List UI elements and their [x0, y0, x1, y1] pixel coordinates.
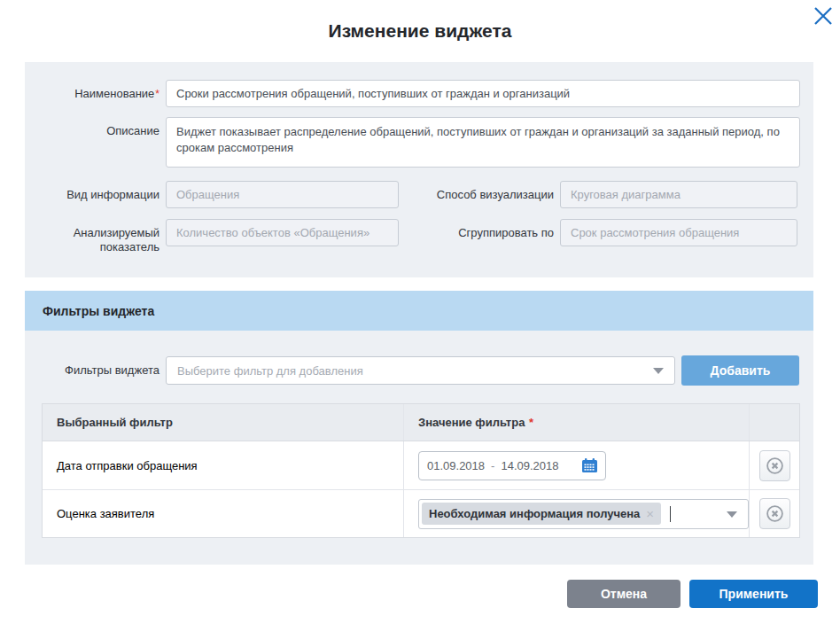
chevron-down-icon: [727, 511, 737, 518]
text-caret: [670, 506, 671, 522]
add-filter-button[interactable]: Добавить: [681, 355, 799, 386]
circle-x-icon: [766, 456, 784, 475]
date-range-input[interactable]: 01.09.2018 - 14.09.2018: [418, 451, 606, 480]
filter-select-placeholder: Выберите фильтр для добавления: [177, 364, 363, 378]
visualization-label: Способ визуализации: [405, 181, 554, 208]
table-row: Дата отправки обращения 01.09.2018 - 14.…: [43, 441, 799, 489]
required-asterisk: *: [529, 416, 533, 429]
filter-select-dropdown[interactable]: Выберите фильтр для добавления: [166, 356, 675, 385]
description-row: Описание Виджет показывает распределение…: [25, 117, 800, 171]
date-to: 14.09.2018: [501, 459, 558, 472]
name-row: Наименование*: [25, 80, 800, 107]
visualization-input: [560, 181, 797, 208]
description-label: Описание: [25, 117, 159, 171]
filter-name: Дата отправки обращения: [43, 441, 404, 489]
indicator-label: Анализируемый показатель: [25, 219, 159, 254]
rating-multiselect[interactable]: Необходимая информация получена ×: [418, 499, 749, 529]
group-by-input: [560, 219, 797, 246]
info-type-label: Вид информации: [25, 181, 159, 208]
column-header-value: Значение фильтра *: [404, 404, 750, 441]
close-icon[interactable]: [813, 5, 834, 27]
filter-value-cell: Необходимая информация получена ×: [404, 490, 750, 537]
widget-properties-panel: Наименование* Описание Виджет показывает…: [25, 62, 813, 277]
indicator-input: [166, 219, 399, 246]
page-title: Изменение виджета: [0, 0, 840, 43]
column-header-filter: Выбранный фильтр: [43, 404, 404, 441]
apply-button[interactable]: Применить: [689, 580, 818, 608]
filters-table: Выбранный фильтр Значение фильтра * Дата…: [42, 403, 800, 538]
table-row: Оценка заявителя Необходимая информация …: [43, 489, 799, 537]
filters-section-title: Фильтры виджета: [25, 291, 813, 331]
info-type-input: [166, 181, 399, 208]
cancel-button[interactable]: Отмена: [567, 580, 681, 608]
info-visualization-row: Вид информации Способ визуализации: [25, 181, 800, 208]
description-textarea[interactable]: Виджет показывает распределение обращени…: [166, 117, 800, 168]
remove-filter-button[interactable]: [759, 498, 790, 529]
filters-add-label: Фильтры виджета: [25, 363, 159, 378]
actions-cell: [750, 441, 799, 489]
date-separator: -: [491, 459, 494, 472]
selected-value-chip: Необходимая информация получена ×: [422, 503, 661, 525]
filter-value-cell: 01.09.2018 - 14.09.2018: [404, 441, 750, 489]
chevron-down-icon: [653, 368, 664, 374]
filter-add-row: Фильтры виджета Выберите фильтр для доба…: [25, 355, 813, 386]
filter-name: Оценка заявителя: [43, 490, 404, 537]
required-asterisk: *: [155, 88, 159, 100]
actions-cell: [750, 490, 799, 537]
dialog-footer: Отмена Применить: [0, 580, 818, 608]
filters-table-header: Выбранный фильтр Значение фильтра *: [43, 404, 799, 441]
name-label: Наименование*: [25, 80, 159, 107]
name-input[interactable]: [166, 80, 800, 107]
chip-remove-icon[interactable]: ×: [646, 508, 654, 519]
group-by-label: Сгруппировать по: [405, 219, 554, 254]
filters-body: Фильтры виджета Выберите фильтр для доба…: [25, 331, 813, 565]
calendar-icon[interactable]: [582, 458, 597, 472]
edit-widget-dialog: Изменение виджета Наименование* Описание…: [0, 0, 840, 624]
column-header-actions: [750, 404, 799, 441]
date-from: 01.09.2018: [427, 459, 485, 472]
remove-filter-button[interactable]: [759, 450, 790, 481]
indicator-group-row: Анализируемый показатель Сгруппировать п…: [25, 219, 800, 254]
widget-filters-panel: Фильтры виджета Фильтры виджета Выберите…: [25, 291, 813, 565]
circle-x-icon: [766, 504, 784, 523]
